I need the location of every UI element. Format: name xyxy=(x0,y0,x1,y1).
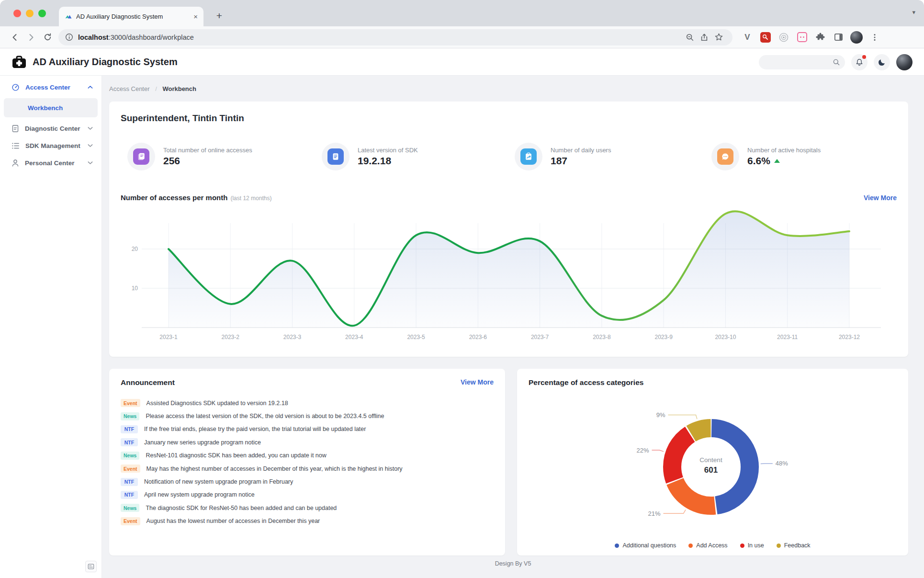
announcement-text: April new system upgrade program notice xyxy=(144,491,255,498)
browser-toolbar: localhost:3000/dashboard/workplace V xyxy=(0,26,924,48)
stat-label: Total number of online accesses xyxy=(163,147,252,154)
sidebar-item-diagnostic-center[interactable]: Diagnostic Center xyxy=(0,120,101,137)
chevron-down-icon xyxy=(88,161,93,165)
announcement-title: Announcement xyxy=(121,378,175,387)
svg-text:2023-12: 2023-12 xyxy=(839,334,860,340)
page-title: Superintendent, Tintin Tintin xyxy=(121,113,244,124)
legend-dot xyxy=(615,544,619,548)
search-input[interactable] xyxy=(764,58,833,66)
list-item[interactable]: NewsThe diagnostic SDK for ResNet-50 has… xyxy=(121,501,494,514)
stat-value: 256 xyxy=(163,155,252,167)
tab-close-icon[interactable]: × xyxy=(193,12,198,21)
stat-daily-users: Number of daily users 187 xyxy=(515,143,611,170)
sidebar-item-sdk-management[interactable]: SDK Management xyxy=(0,137,101,154)
sidebar-item-label: SDK Management xyxy=(25,142,88,149)
reload-button[interactable] xyxy=(39,29,56,45)
share-icon[interactable] xyxy=(697,30,711,45)
stat-sdk-version: Latest version of SDK 19.2.18 xyxy=(322,143,418,170)
announcement-text: ResNet-101 diagnostic SDK has been added… xyxy=(146,452,326,459)
list-item[interactable]: EventAssisted Diagnostics SDK updated to… xyxy=(121,397,494,409)
header-search[interactable] xyxy=(759,55,845,69)
sidebar-collapse-button[interactable] xyxy=(85,561,97,572)
tab-title: AD Auxiliary Diagnostic System xyxy=(76,13,191,20)
extension-robot-icon[interactable] xyxy=(795,30,809,45)
chart-view-more-link[interactable]: View More xyxy=(864,194,897,202)
list-item[interactable]: NewsResNet-101 diagnostic SDK has been a… xyxy=(121,449,494,462)
header-actions xyxy=(759,54,913,70)
category-card: Percentage of access categories 48%21%22… xyxy=(517,369,908,555)
list-item[interactable]: NTFIf the free trial ends, please try th… xyxy=(121,423,494,436)
moon-icon xyxy=(878,58,886,67)
extension-dial-icon[interactable] xyxy=(777,30,791,45)
notifications-button[interactable] xyxy=(851,54,868,70)
new-tab-button[interactable]: + xyxy=(212,9,226,23)
announcement-text: Please access the latest version of the … xyxy=(146,413,384,419)
stat-value: 19.2.18 xyxy=(358,155,418,167)
app-body: Access Center Workbench Diagnostic Cente… xyxy=(0,76,924,578)
stat-value: 187 xyxy=(551,155,611,167)
site-info-icon[interactable] xyxy=(65,33,73,41)
announcement-text: May has the highest number of accesses i… xyxy=(146,465,403,472)
breadcrumb-parent[interactable]: Access Center xyxy=(109,85,150,92)
profile-avatar[interactable] xyxy=(849,30,864,45)
svg-text:10: 10 xyxy=(132,285,138,292)
window-zoom-button[interactable] xyxy=(38,10,46,17)
list-item[interactable]: EventMay has the highest number of acces… xyxy=(121,462,494,475)
list-item[interactable]: NTFJanuary new series upgrade program no… xyxy=(121,436,494,449)
list-item[interactable]: NTFApril new system upgrade program noti… xyxy=(121,488,494,501)
zoom-page-icon[interactable] xyxy=(683,30,697,45)
announcement-text: Assisted Diagnostics SDK updated to vers… xyxy=(146,400,288,407)
announcement-text: January new series upgrade program notic… xyxy=(144,439,261,446)
file-icon xyxy=(11,125,19,133)
list-item[interactable]: EventAugust has the lowest number of acc… xyxy=(121,515,494,528)
user-avatar[interactable] xyxy=(896,54,913,70)
tab-search-chevron-icon[interactable]: ▾ xyxy=(912,9,915,16)
announcement-badge: Event xyxy=(121,517,140,525)
category-title: Percentage of access categories xyxy=(529,378,643,387)
chevron-down-icon xyxy=(88,126,93,130)
breadcrumb: Access Center / Workbench xyxy=(109,85,196,92)
tab-strip: AD Auxiliary Diagnostic System × + ▾ xyxy=(0,0,924,26)
extension-v-icon[interactable]: V xyxy=(740,30,755,45)
extensions-puzzle-icon[interactable] xyxy=(813,30,827,45)
stat-icon-ring xyxy=(515,143,542,170)
back-button[interactable] xyxy=(7,29,23,45)
bookmark-star-icon[interactable] xyxy=(711,30,726,45)
sidebar-item-label: Personal Center xyxy=(25,159,88,167)
window-minimize-button[interactable] xyxy=(26,10,34,17)
address-bar[interactable]: localhost:3000/dashboard/workplace xyxy=(58,29,732,45)
list-item[interactable]: NTFNotification of new system upgrade pr… xyxy=(121,475,494,488)
sidebar-item-workbench[interactable]: Workbench xyxy=(4,98,98,117)
forward-button[interactable] xyxy=(23,29,39,45)
stat-online-accesses: Total number of online accesses 256 xyxy=(127,143,252,170)
announcement-card: Announcement View More EventAssisted Dia… xyxy=(109,369,505,555)
sidebar-item-access-center[interactable]: Access Center xyxy=(0,79,101,96)
legend-dot xyxy=(688,544,693,548)
app-title: AD Auxiliary Diagnostic System xyxy=(33,57,178,68)
svg-text:2023-1: 2023-1 xyxy=(159,334,178,340)
legend-item-additional-questions[interactable]: Additional questions xyxy=(615,542,676,549)
stat-value-text: 6.6% xyxy=(747,155,770,167)
browser-window: AD Auxiliary Diagnostic System × + ▾ loc… xyxy=(0,0,924,578)
window-close-button[interactable] xyxy=(13,10,21,17)
svg-text:48%: 48% xyxy=(776,460,788,467)
browser-menu-icon[interactable] xyxy=(868,30,882,45)
sidebar-item-personal-center[interactable]: Personal Center xyxy=(0,154,101,171)
legend-item-add-access[interactable]: Add Access xyxy=(688,542,727,549)
first-aid-kit-logo xyxy=(11,56,27,69)
legend-dot xyxy=(777,544,781,548)
announcement-badge: NTF xyxy=(121,491,138,499)
sidebar: Access Center Workbench Diagnostic Cente… xyxy=(0,76,102,578)
announcement-badge: News xyxy=(121,412,139,420)
announcement-view-more-link[interactable]: View More xyxy=(461,378,494,386)
chevron-down-icon xyxy=(88,144,93,147)
extension-red-icon[interactable] xyxy=(758,30,773,45)
svg-text:2023-6: 2023-6 xyxy=(469,334,487,340)
legend-item-feedback[interactable]: Feedback xyxy=(777,542,811,549)
browser-tab[interactable]: AD Auxiliary Diagnostic System × xyxy=(59,7,203,26)
side-panel-icon[interactable] xyxy=(831,30,845,45)
list-item[interactable]: NewsPlease access the latest version of … xyxy=(121,409,494,422)
dark-mode-button[interactable] xyxy=(874,54,890,70)
donut-legend: Additional questions Add Access In use F… xyxy=(517,542,908,549)
legend-item-in-use[interactable]: In use xyxy=(740,542,764,549)
